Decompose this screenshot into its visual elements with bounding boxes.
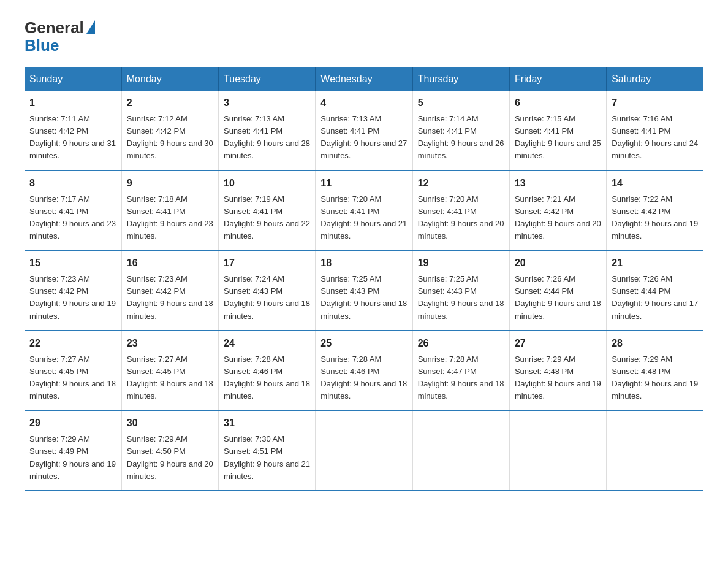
calendar-week-3: 15Sunrise: 7:23 AMSunset: 4:42 PMDayligh… xyxy=(25,250,703,331)
calendar-cell: 11Sunrise: 7:20 AMSunset: 4:41 PMDayligh… xyxy=(316,170,412,251)
calendar-cell: 29Sunrise: 7:29 AMSunset: 4:49 PMDayligh… xyxy=(25,410,121,491)
day-info: Sunrise: 7:30 AMSunset: 4:51 PMDaylight:… xyxy=(224,433,310,483)
calendar-cell: 23Sunrise: 7:27 AMSunset: 4:45 PMDayligh… xyxy=(121,331,218,411)
calendar-cell xyxy=(607,410,703,491)
day-number: 13 xyxy=(515,176,601,191)
day-info: Sunrise: 7:29 AMSunset: 4:49 PMDaylight:… xyxy=(29,433,116,483)
logo-blue-text: Blue xyxy=(25,36,59,55)
day-number: 3 xyxy=(224,96,310,110)
calendar-cell: 15Sunrise: 7:23 AMSunset: 4:42 PMDayligh… xyxy=(25,250,121,331)
calendar-cell xyxy=(316,410,412,491)
calendar-cell: 24Sunrise: 7:28 AMSunset: 4:46 PMDayligh… xyxy=(219,331,316,411)
header-friday: Friday xyxy=(509,67,606,91)
calendar-cell: 3Sunrise: 7:13 AMSunset: 4:41 PMDaylight… xyxy=(219,91,316,170)
day-info: Sunrise: 7:26 AMSunset: 4:44 PMDaylight:… xyxy=(515,273,601,323)
day-number: 29 xyxy=(29,416,116,431)
day-info: Sunrise: 7:28 AMSunset: 4:47 PMDaylight:… xyxy=(418,353,504,403)
day-number: 23 xyxy=(127,336,213,351)
header-tuesday: Tuesday xyxy=(219,67,316,91)
calendar-week-1: 1Sunrise: 7:11 AMSunset: 4:42 PMDaylight… xyxy=(25,91,703,170)
day-info: Sunrise: 7:25 AMSunset: 4:43 PMDaylight:… xyxy=(418,273,504,323)
calendar-cell: 25Sunrise: 7:28 AMSunset: 4:46 PMDayligh… xyxy=(316,331,412,411)
calendar-header-row: SundayMondayTuesdayWednesdayThursdayFrid… xyxy=(25,67,703,91)
day-number: 22 xyxy=(29,336,116,351)
day-number: 1 xyxy=(29,96,116,110)
calendar-cell: 4Sunrise: 7:13 AMSunset: 4:41 PMDaylight… xyxy=(316,91,412,170)
day-info: Sunrise: 7:19 AMSunset: 4:41 PMDaylight:… xyxy=(224,193,310,243)
day-info: Sunrise: 7:16 AMSunset: 4:41 PMDaylight:… xyxy=(612,113,699,163)
day-number: 16 xyxy=(127,256,213,270)
header-thursday: Thursday xyxy=(412,67,509,91)
day-info: Sunrise: 7:28 AMSunset: 4:46 PMDaylight:… xyxy=(224,353,310,403)
calendar-cell: 31Sunrise: 7:30 AMSunset: 4:51 PMDayligh… xyxy=(219,410,316,491)
day-number: 28 xyxy=(612,336,699,351)
calendar-cell: 12Sunrise: 7:20 AMSunset: 4:41 PMDayligh… xyxy=(412,170,509,251)
calendar-cell: 18Sunrise: 7:25 AMSunset: 4:43 PMDayligh… xyxy=(316,250,412,331)
calendar-cell: 14Sunrise: 7:22 AMSunset: 4:42 PMDayligh… xyxy=(607,170,703,251)
day-number: 14 xyxy=(612,176,699,191)
day-info: Sunrise: 7:23 AMSunset: 4:42 PMDaylight:… xyxy=(127,273,213,323)
day-number: 8 xyxy=(29,176,116,191)
logo-triangle-icon xyxy=(86,20,95,34)
day-info: Sunrise: 7:14 AMSunset: 4:41 PMDaylight:… xyxy=(418,113,504,163)
calendar-cell: 22Sunrise: 7:27 AMSunset: 4:45 PMDayligh… xyxy=(25,331,121,411)
calendar-week-2: 8Sunrise: 7:17 AMSunset: 4:41 PMDaylight… xyxy=(25,170,703,251)
day-info: Sunrise: 7:11 AMSunset: 4:42 PMDaylight:… xyxy=(29,113,116,163)
day-info: Sunrise: 7:29 AMSunset: 4:48 PMDaylight:… xyxy=(515,353,601,403)
calendar-cell: 8Sunrise: 7:17 AMSunset: 4:41 PMDaylight… xyxy=(25,170,121,251)
calendar-week-5: 29Sunrise: 7:29 AMSunset: 4:49 PMDayligh… xyxy=(25,410,703,491)
day-info: Sunrise: 7:20 AMSunset: 4:41 PMDaylight:… xyxy=(418,193,504,243)
day-number: 10 xyxy=(224,176,310,191)
day-number: 21 xyxy=(612,256,699,270)
calendar-cell: 26Sunrise: 7:28 AMSunset: 4:47 PMDayligh… xyxy=(412,331,509,411)
day-number: 18 xyxy=(320,256,407,270)
calendar-cell: 9Sunrise: 7:18 AMSunset: 4:41 PMDaylight… xyxy=(121,170,218,251)
day-info: Sunrise: 7:13 AMSunset: 4:41 PMDaylight:… xyxy=(224,113,310,163)
calendar-cell: 16Sunrise: 7:23 AMSunset: 4:42 PMDayligh… xyxy=(121,250,218,331)
day-number: 2 xyxy=(127,96,213,110)
calendar-cell: 13Sunrise: 7:21 AMSunset: 4:42 PMDayligh… xyxy=(509,170,606,251)
day-number: 19 xyxy=(418,256,504,270)
day-info: Sunrise: 7:17 AMSunset: 4:41 PMDaylight:… xyxy=(29,193,116,243)
header-saturday: Saturday xyxy=(607,67,703,91)
day-number: 27 xyxy=(515,336,601,351)
day-info: Sunrise: 7:29 AMSunset: 4:50 PMDaylight:… xyxy=(127,433,213,483)
day-number: 20 xyxy=(515,256,601,270)
header-sunday: Sunday xyxy=(25,67,121,91)
calendar-cell: 21Sunrise: 7:26 AMSunset: 4:44 PMDayligh… xyxy=(607,250,703,331)
header-monday: Monday xyxy=(121,67,218,91)
day-number: 11 xyxy=(320,176,407,191)
day-number: 31 xyxy=(224,416,310,431)
calendar-cell: 28Sunrise: 7:29 AMSunset: 4:48 PMDayligh… xyxy=(607,331,703,411)
day-number: 30 xyxy=(127,416,213,431)
day-number: 12 xyxy=(418,176,504,191)
day-info: Sunrise: 7:12 AMSunset: 4:42 PMDaylight:… xyxy=(127,113,213,163)
day-info: Sunrise: 7:25 AMSunset: 4:43 PMDaylight:… xyxy=(320,273,407,323)
calendar-cell xyxy=(509,410,606,491)
day-number: 17 xyxy=(224,256,310,270)
calendar-cell: 19Sunrise: 7:25 AMSunset: 4:43 PMDayligh… xyxy=(412,250,509,331)
logo: General Blue xyxy=(25,18,95,55)
day-number: 6 xyxy=(515,96,601,110)
calendar-cell: 6Sunrise: 7:15 AMSunset: 4:41 PMDaylight… xyxy=(509,91,606,170)
day-info: Sunrise: 7:24 AMSunset: 4:43 PMDaylight:… xyxy=(224,273,310,323)
calendar-cell xyxy=(412,410,509,491)
calendar-cell: 1Sunrise: 7:11 AMSunset: 4:42 PMDaylight… xyxy=(25,91,121,170)
calendar-cell: 7Sunrise: 7:16 AMSunset: 4:41 PMDaylight… xyxy=(607,91,703,170)
day-info: Sunrise: 7:23 AMSunset: 4:42 PMDaylight:… xyxy=(29,273,116,323)
calendar-week-4: 22Sunrise: 7:27 AMSunset: 4:45 PMDayligh… xyxy=(25,331,703,411)
day-number: 7 xyxy=(612,96,699,110)
calendar-cell: 17Sunrise: 7:24 AMSunset: 4:43 PMDayligh… xyxy=(219,250,316,331)
calendar-cell: 10Sunrise: 7:19 AMSunset: 4:41 PMDayligh… xyxy=(219,170,316,251)
day-info: Sunrise: 7:27 AMSunset: 4:45 PMDaylight:… xyxy=(127,353,213,403)
calendar-cell: 5Sunrise: 7:14 AMSunset: 4:41 PMDaylight… xyxy=(412,91,509,170)
page-header: General Blue xyxy=(25,18,703,55)
day-number: 15 xyxy=(29,256,116,270)
day-info: Sunrise: 7:20 AMSunset: 4:41 PMDaylight:… xyxy=(320,193,407,243)
day-info: Sunrise: 7:29 AMSunset: 4:48 PMDaylight:… xyxy=(612,353,699,403)
calendar-cell: 30Sunrise: 7:29 AMSunset: 4:50 PMDayligh… xyxy=(121,410,218,491)
calendar-cell: 20Sunrise: 7:26 AMSunset: 4:44 PMDayligh… xyxy=(509,250,606,331)
day-number: 5 xyxy=(418,96,504,110)
day-number: 24 xyxy=(224,336,310,351)
day-number: 4 xyxy=(320,96,407,110)
